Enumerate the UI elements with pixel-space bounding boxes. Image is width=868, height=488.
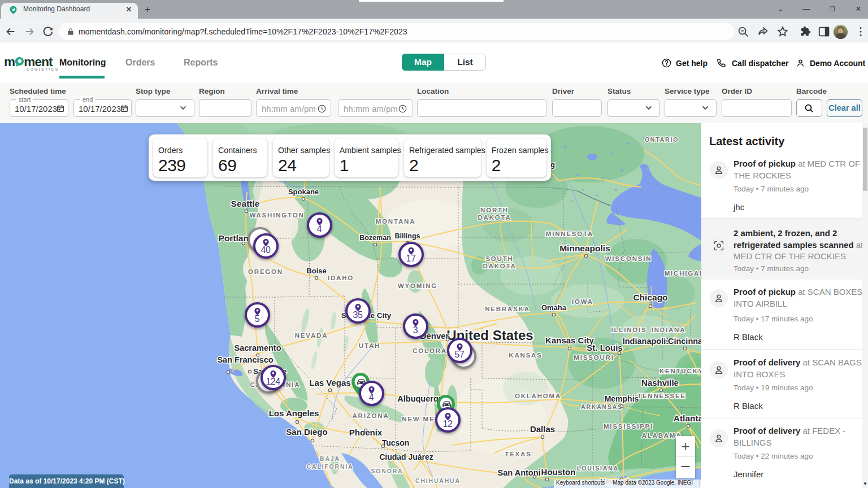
svg-text:Atlanta: Atlanta <box>674 413 701 423</box>
svg-text:Billings: Billings <box>394 232 420 240</box>
svg-text:CALIFORNIA: CALIFORNIA <box>307 463 354 470</box>
svg-text:Minneapolis: Minneapolis <box>559 243 610 253</box>
svg-text:WASHINGTON: WASHINGTON <box>249 212 304 219</box>
svg-text:Seattle: Seattle <box>231 199 260 208</box>
svg-text:CHIHUAHUA: CHIHUAHUA <box>415 477 461 484</box>
svg-text:Memphis: Memphis <box>605 394 639 403</box>
svg-text:NEBRASKA: NEBRASKA <box>485 306 530 312</box>
svg-text:NEVADA: NEVADA <box>295 332 328 339</box>
svg-text:g: g <box>550 160 555 169</box>
svg-text:Ciudad Juárez: Ciudad Juárez <box>379 452 433 461</box>
svg-text:TENNESSEE: TENNESSEE <box>637 393 686 399</box>
svg-text:Cincinnati: Cincinnati <box>668 337 701 346</box>
svg-text:Houston: Houston <box>541 467 576 477</box>
svg-text:ILLINOIS: ILLINOIS <box>611 326 647 333</box>
svg-text:San Antonio: San Antonio <box>498 468 546 477</box>
svg-text:ONTARIO: ONTARIO <box>645 136 679 143</box>
svg-text:MONTANA: MONTANA <box>376 218 416 225</box>
svg-text:St. Louis: St. Louis <box>587 343 622 352</box>
svg-text:MICHIGAN: MICHIGAN <box>665 270 701 277</box>
svg-text:INDIANA: INDIANA <box>652 326 686 333</box>
svg-text:KENTUCKY: KENTUCKY <box>659 368 701 374</box>
svg-text:BAJA: BAJA <box>320 455 340 462</box>
svg-text:NORTH: NORTH <box>480 207 509 213</box>
svg-text:KANSAS: KANSAS <box>509 352 542 359</box>
svg-text:Omaha: Omaha <box>541 303 567 312</box>
svg-text:Boise: Boise <box>306 267 326 275</box>
svg-text:Nashville: Nashville <box>641 378 679 387</box>
svg-text:OREGON: OREGON <box>248 268 283 275</box>
svg-text:San Diego: San Diego <box>286 427 327 437</box>
svg-text:ARKANSAS: ARKANSAS <box>581 403 623 410</box>
svg-text:Los Angeles: Los Angeles <box>269 408 319 418</box>
svg-text:OKLAHOMA: OKLAHOMA <box>515 393 561 399</box>
svg-text:Sacramento: Sacramento <box>234 343 281 352</box>
svg-text:SONORA: SONORA <box>371 468 403 474</box>
svg-text:Chicago: Chicago <box>633 293 667 302</box>
svg-text:Dallas: Dallas <box>530 424 555 434</box>
svg-text:MISSOURI: MISSOURI <box>574 354 614 361</box>
svg-text:MISSISSIPPI: MISSISSIPPI <box>604 423 653 430</box>
svg-text:IDAHO: IDAHO <box>328 274 354 281</box>
svg-text:San Francisco: San Francisco <box>217 355 273 364</box>
svg-text:UTAH: UTAH <box>359 342 380 349</box>
svg-text:ARIZONA: ARIZONA <box>353 412 389 419</box>
svg-text:WYOMING: WYOMING <box>398 282 437 289</box>
svg-text:Tucson: Tucson <box>382 438 410 447</box>
svg-text:DAKOTA: DAKOTA <box>478 214 511 221</box>
svg-text:IOWA: IOWA <box>572 298 593 305</box>
svg-text:Indianapolis: Indianapolis <box>623 337 671 346</box>
svg-text:Spokane: Spokane <box>288 188 319 196</box>
svg-text:Bozeman: Bozeman <box>359 234 391 242</box>
svg-text:Las Vegas: Las Vegas <box>309 378 350 387</box>
svg-text:SOUTH: SOUTH <box>485 255 513 262</box>
svg-text:WISCONSIN: WISCONSIN <box>605 255 652 262</box>
svg-text:LOUISIANA: LOUISIANA <box>577 465 619 472</box>
svg-text:DAKOTA: DAKOTA <box>483 263 516 269</box>
svg-text:MINNESOTA: MINNESOTA <box>546 230 593 237</box>
svg-text:TEXAS: TEXAS <box>505 451 531 457</box>
